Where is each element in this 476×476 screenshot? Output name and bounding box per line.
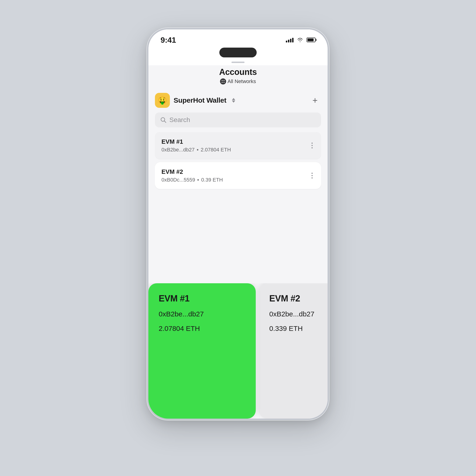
account-info-2: EVM #2 0xB0Dc...5559 0.39 ETH	[161, 168, 223, 183]
card-2-address: 0xB2be...db27	[269, 310, 328, 318]
battery-fill	[307, 38, 314, 41]
network-icon	[220, 78, 226, 85]
account-balance-2: 0.39 ETH	[201, 177, 223, 183]
account-more-button-2[interactable]	[310, 171, 315, 180]
account-name-1: EVM #1	[161, 138, 231, 145]
card-1-name: EVM #1	[159, 293, 245, 304]
card-1[interactable]: EVM #1 0xB2be...db27 2.07804 ETH	[148, 283, 256, 419]
more-dot	[311, 143, 313, 144]
card-1-address: 0xB2be...db27	[159, 310, 245, 318]
phone-wrapper: 9:41	[147, 28, 329, 420]
sheet-handle	[231, 62, 245, 63]
wallet-emoji: 🤑	[158, 96, 167, 105]
wifi-icon	[297, 37, 303, 42]
phone-frame: 9:41	[147, 28, 329, 420]
account-balance-1: 2.07804 ETH	[201, 147, 231, 153]
account-details-2: 0xB0Dc...5559 0.39 ETH	[161, 177, 223, 183]
account-name-2: EVM #2	[161, 168, 223, 175]
more-dot	[311, 147, 313, 148]
search-bar[interactable]: Search	[155, 112, 321, 127]
wallet-name: SuperHot Wallet	[174, 96, 226, 104]
account-item-2[interactable]: EVM #2 0xB0Dc...5559 0.39 ETH	[155, 162, 321, 189]
account-item-1[interactable]: EVM #1 0xB2be...db27 2.07804 ETH	[155, 132, 321, 159]
chevron-updown-icon	[232, 98, 235, 103]
account-dot-2	[197, 179, 199, 181]
signal-icon	[286, 37, 293, 42]
signal-bar-2	[288, 40, 289, 42]
svg-point-1	[223, 80, 224, 81]
card-2[interactable]: EVM #2 0xB2be...db27 0.339 ETH	[259, 283, 328, 419]
card-2-balance: 0.339 ETH	[269, 324, 328, 333]
svg-point-3	[223, 82, 224, 83]
status-time: 9:41	[161, 35, 176, 45]
signal-bar-1	[286, 41, 287, 42]
page-title: Accounts	[155, 67, 321, 77]
bottom-cards: EVM #1 0xB2be...db27 2.07804 ETH EVM #2 …	[148, 283, 328, 419]
account-info-1: EVM #1 0xB2be...db27 2.07804 ETH	[161, 138, 231, 153]
add-account-button[interactable]: +	[309, 94, 321, 106]
account-dot-1	[197, 149, 198, 151]
chevron-up-icon	[232, 98, 235, 100]
add-icon: +	[312, 96, 318, 105]
svg-point-0	[222, 80, 222, 81]
svg-point-2	[222, 82, 222, 83]
network-label: All Networks	[227, 78, 256, 85]
account-more-button-1[interactable]	[310, 141, 315, 150]
account-details-1: 0xB2be...db27 2.07804 ETH	[161, 147, 231, 153]
signal-bar-3	[290, 39, 291, 42]
more-dot	[311, 173, 313, 174]
status-bar: 9:41	[148, 29, 328, 46]
account-address-2: 0xB0Dc...5559	[161, 177, 195, 183]
more-dot	[311, 177, 313, 178]
chevron-down-icon	[232, 101, 235, 103]
card-2-name: EVM #2	[269, 293, 328, 304]
header-section: Accounts All Networks	[155, 65, 321, 89]
card-1-balance: 2.07804 ETH	[159, 324, 245, 333]
battery-icon	[306, 37, 315, 42]
network-selector[interactable]: All Networks	[155, 78, 321, 85]
account-address-1: 0xB2be...db27	[161, 147, 195, 153]
more-dot	[311, 175, 313, 176]
page-content: Accounts All Networks	[148, 65, 328, 419]
search-icon	[160, 117, 167, 123]
dynamic-island	[219, 48, 257, 57]
signal-bar-4	[292, 38, 293, 42]
network-grid-icon	[221, 80, 225, 83]
wallet-row: 🤑 SuperHot Wallet +	[155, 89, 321, 112]
search-input[interactable]: Search	[170, 116, 190, 124]
more-dot	[311, 145, 313, 146]
wallet-avatar: 🤑	[155, 93, 170, 108]
status-icons	[286, 37, 315, 42]
wallet-selector[interactable]: 🤑 SuperHot Wallet	[155, 93, 235, 108]
